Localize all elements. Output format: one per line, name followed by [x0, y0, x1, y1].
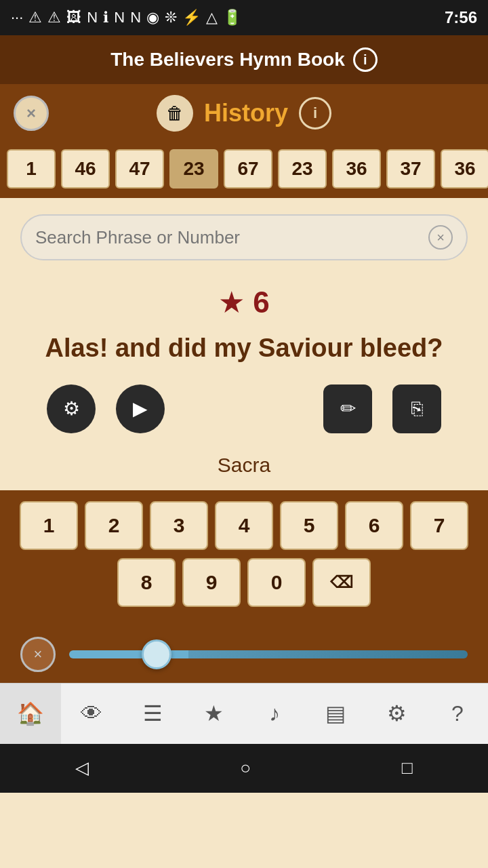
- slider-thumb[interactable]: [142, 639, 171, 669]
- key-9[interactable]: 9: [182, 558, 241, 607]
- key-7[interactable]: 7: [410, 501, 468, 550]
- list-icon: ☰: [143, 701, 163, 726]
- android-recent-button[interactable]: □: [402, 757, 413, 778]
- history-num-6[interactable]: 36: [332, 149, 381, 189]
- keyboard-row-1: 1 2 3 4 5 6 7: [14, 501, 474, 550]
- search-input[interactable]: [35, 227, 420, 248]
- clock: 7:56: [445, 8, 477, 27]
- android-home-button[interactable]: ○: [240, 757, 251, 778]
- history-num-8[interactable]: 36: [441, 149, 488, 189]
- eye-icon: 👁: [81, 701, 102, 726]
- star-icon: ★: [218, 285, 245, 319]
- dots-icon: ···: [11, 9, 23, 26]
- history-header: × 🗑 History i: [0, 84, 488, 142]
- android-nav: ◁ ○ □: [0, 744, 488, 793]
- key-1[interactable]: 1: [20, 501, 78, 550]
- n2-icon: N: [114, 9, 125, 26]
- n3-icon: N: [130, 9, 141, 26]
- nav-favorites[interactable]: ★: [183, 684, 244, 744]
- nav-settings[interactable]: ⚙: [366, 684, 427, 744]
- profile-icon: ◉: [146, 9, 159, 26]
- main-content: ★ 6 Alas! and did my Saviour bleed? ⚙ ▶ …: [0, 271, 488, 490]
- alert2-icon: ⚠: [47, 9, 61, 26]
- settings-nav-icon: ⚙: [387, 701, 407, 726]
- hymn-title[interactable]: Alas! and did my Saviour bleed?: [20, 333, 468, 364]
- history-bar: × 🗑 History i: [0, 84, 488, 142]
- nav-book[interactable]: ▤: [305, 684, 366, 744]
- app-title: The Believers Hymn Book: [110, 49, 344, 71]
- category-label: Sacra: [20, 454, 468, 477]
- status-icons: ··· ⚠ ⚠ 🖼 N ℹ N N ◉ ❊ ⚡ △ 🔋: [11, 9, 241, 26]
- history-num-7[interactable]: 37: [386, 149, 435, 189]
- status-bar: ··· ⚠ ⚠ 🖼 N ℹ N N ◉ ❊ ⚡ △ 🔋 7:56: [0, 0, 488, 35]
- settings-button[interactable]: ⚙: [47, 384, 96, 433]
- android-back-button[interactable]: ◁: [75, 757, 89, 778]
- home-icon: 🏠: [17, 701, 44, 726]
- search-area: ×: [0, 198, 488, 271]
- star-nav-icon: ★: [204, 701, 224, 726]
- history-num-1[interactable]: 46: [61, 149, 110, 189]
- favorites-row: ★ 6: [20, 285, 468, 319]
- nav-music[interactable]: ♪: [244, 684, 305, 744]
- share-icon: ⎘: [411, 398, 423, 420]
- history-num-0[interactable]: 1: [7, 149, 56, 189]
- n-icon: N: [87, 9, 98, 26]
- play-button[interactable]: ▶: [116, 384, 165, 433]
- key-5[interactable]: 5: [280, 501, 338, 550]
- help-icon: ?: [451, 701, 464, 726]
- trash-icon[interactable]: 🗑: [157, 95, 193, 132]
- key-3[interactable]: 3: [150, 501, 208, 550]
- backspace-button[interactable]: ⌫: [312, 558, 371, 607]
- key-8[interactable]: 8: [117, 558, 176, 607]
- slider-row: ×: [0, 626, 488, 683]
- play-icon: ▶: [133, 397, 148, 420]
- tree-icon: ❊: [165, 9, 177, 26]
- book-icon: ▤: [325, 701, 346, 726]
- key-6[interactable]: 6: [345, 501, 403, 550]
- search-box: ×: [20, 214, 468, 260]
- history-num-3[interactable]: 23: [169, 149, 218, 189]
- title-info-button[interactable]: i: [353, 47, 378, 72]
- close-history-button[interactable]: ×: [14, 96, 49, 131]
- slider-close-button[interactable]: ×: [20, 637, 56, 672]
- bottom-nav: 🏠 👁 ☰ ★ ♪ ▤ ⚙ ?: [0, 683, 488, 744]
- history-num-4[interactable]: 67: [224, 149, 272, 189]
- nav-view[interactable]: 👁: [61, 684, 122, 744]
- battery-icon: 🔋: [223, 9, 241, 26]
- music-icon: ♪: [269, 701, 280, 726]
- share-button[interactable]: ⎘: [392, 384, 441, 433]
- history-title: History: [204, 99, 288, 127]
- history-num-5[interactable]: 23: [278, 149, 327, 189]
- title-bar: The Believers Hymn Book i: [0, 35, 488, 84]
- history-info-button[interactable]: i: [299, 97, 331, 130]
- keyboard-row-2: 8 9 0 ⌫: [14, 558, 474, 607]
- settings-icon: ⚙: [63, 397, 80, 420]
- keyboard-area: 1 2 3 4 5 6 7 8 9 0 ⌫: [0, 490, 488, 626]
- edit-button[interactable]: ✏: [323, 384, 372, 433]
- favorites-count: 6: [253, 285, 269, 319]
- bluetooth-icon: ⚡: [182, 9, 201, 26]
- alert-icon: ⚠: [28, 9, 42, 26]
- history-num-2[interactable]: 47: [115, 149, 164, 189]
- action-buttons: ⚙ ▶ ✏ ⎘: [20, 384, 468, 433]
- signal-icon: △: [206, 9, 218, 26]
- key-0[interactable]: 0: [247, 558, 306, 607]
- key-4[interactable]: 4: [215, 501, 273, 550]
- nav-help[interactable]: ?: [427, 684, 488, 744]
- image-icon: 🖼: [66, 9, 81, 26]
- info-icon: ℹ: [103, 9, 108, 26]
- key-2[interactable]: 2: [85, 501, 143, 550]
- search-clear-button[interactable]: ×: [428, 225, 453, 250]
- speed-slider[interactable]: [69, 650, 468, 658]
- nav-list[interactable]: ☰: [122, 684, 183, 744]
- edit-icon: ✏: [340, 397, 356, 420]
- nav-home[interactable]: 🏠: [0, 684, 61, 744]
- number-strip: 1 46 47 23 67 23 36 37 36: [0, 142, 488, 198]
